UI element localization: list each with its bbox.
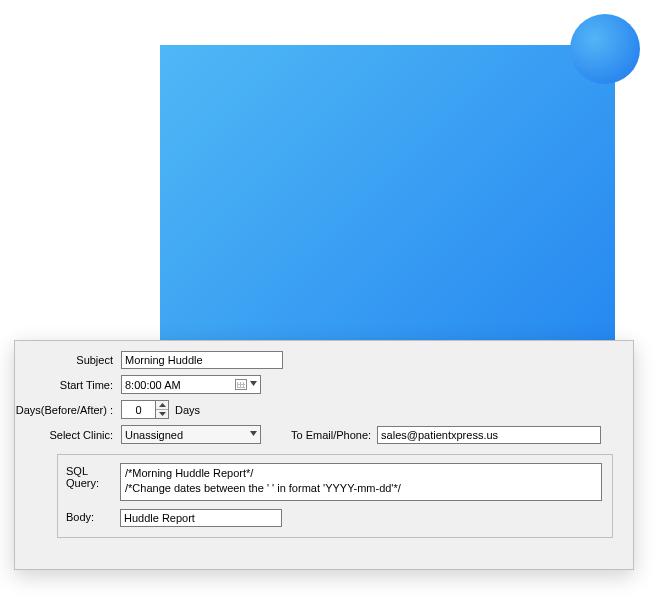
days-up-button[interactable] bbox=[156, 401, 168, 410]
clinic-label: Select Clinic: bbox=[15, 429, 121, 441]
start-time-picker[interactable]: 8:00:00 AM bbox=[121, 375, 261, 394]
subject-input[interactable] bbox=[121, 351, 283, 369]
form-panel: Subject Start Time: 8:00:00 AM Days(Befo… bbox=[14, 340, 634, 570]
calendar-icon bbox=[235, 379, 247, 390]
start-time-value: 8:00:00 AM bbox=[125, 379, 181, 391]
sql-query-input[interactable]: /*Morning Huddle Report*/ /*Change dates… bbox=[120, 463, 602, 501]
to-label: To Email/Phone: bbox=[291, 429, 371, 441]
days-down-button[interactable] bbox=[156, 410, 168, 418]
clinic-value: Unassigned bbox=[125, 429, 183, 441]
decorative-circle bbox=[570, 14, 640, 84]
subject-label: Subject bbox=[15, 354, 121, 366]
days-input[interactable] bbox=[121, 400, 155, 419]
sql-label: SQL Query: bbox=[66, 463, 120, 501]
chevron-down-icon bbox=[250, 381, 257, 388]
days-stepper[interactable] bbox=[121, 400, 169, 419]
clinic-select[interactable]: Unassigned bbox=[121, 425, 261, 444]
details-group: SQL Query: /*Morning Huddle Report*/ /*C… bbox=[57, 454, 613, 538]
start-time-label: Start Time: bbox=[15, 379, 121, 391]
body-label: Body: bbox=[66, 509, 120, 527]
days-suffix: Days bbox=[175, 404, 200, 416]
chevron-down-icon bbox=[250, 431, 257, 438]
body-input[interactable] bbox=[120, 509, 282, 527]
days-label: Days(Before/After) : bbox=[15, 404, 121, 416]
to-email-input[interactable] bbox=[377, 426, 601, 444]
